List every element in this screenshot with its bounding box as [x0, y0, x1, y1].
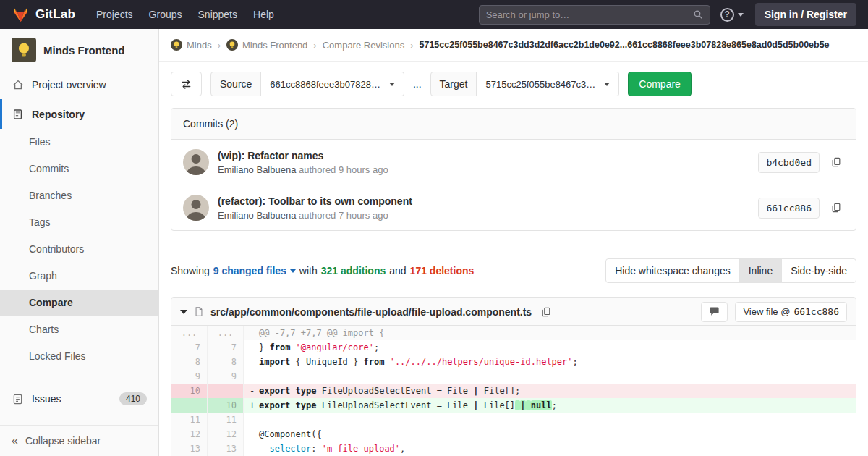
sidebar-item-locked-files[interactable]: Locked Files	[0, 343, 158, 370]
sidebar-item-charts[interactable]: Charts	[0, 316, 158, 343]
new-line-number[interactable]: 7	[208, 340, 244, 355]
changed-files-dropdown[interactable]: 9 changed files	[213, 265, 296, 276]
inline-view-button[interactable]: Inline	[739, 258, 782, 283]
commit-title-link[interactable]: (refactor): Toolbar to its own component	[218, 195, 749, 207]
comment-icon	[709, 306, 720, 317]
breadcrumb-link-compare-revisions[interactable]: Compare Revisions	[323, 40, 404, 51]
code-segment: ;	[552, 400, 557, 410]
old-line-number[interactable]: ...	[171, 326, 208, 340]
old-line-number[interactable]: 12	[171, 427, 208, 442]
code-segment	[259, 444, 269, 454]
project-avatar	[12, 38, 36, 62]
diff-line: 1313 selector: 'm-file-upload',	[171, 442, 856, 456]
old-line-number[interactable]: 11	[171, 413, 208, 427]
file-diff-actions: View file @ 661cc886	[701, 302, 847, 322]
code-segment: }	[259, 342, 269, 352]
diff-line: 99	[171, 369, 856, 384]
sidebar-item-project-overview[interactable]: Project overview	[0, 69, 158, 99]
new-line-number[interactable]: 8	[208, 355, 244, 369]
new-line-number[interactable]	[208, 384, 244, 398]
copy-sha-button[interactable]	[828, 200, 844, 216]
toggle-comments-button[interactable]	[701, 302, 728, 322]
sidebar-divider	[0, 379, 158, 379]
sidebar-nav: Project overview Repository FilesCommits…	[0, 69, 158, 414]
source-dropdown[interactable]: 661cc8868feee3b07828…	[261, 72, 404, 96]
nav-item-projects[interactable]: Projects	[88, 0, 141, 29]
target-dropdown[interactable]: 5715cc25f055be8467c3…	[477, 72, 619, 96]
sidebar-item-contributors[interactable]: Contributors	[0, 236, 158, 263]
sidebar-project-header[interactable]: Minds Frontend	[0, 29, 158, 69]
old-line-number[interactable]: 10	[171, 384, 208, 398]
nav-item-snippets[interactable]: Snippets	[190, 0, 245, 29]
new-line-number[interactable]: 10	[208, 398, 244, 413]
new-line-number[interactable]: 11	[208, 413, 244, 427]
sidebar-item-compare[interactable]: Compare	[0, 290, 158, 316]
breadcrumb-item: Compare Revisions	[323, 40, 404, 51]
search-input[interactable]	[486, 9, 689, 20]
issues-count-badge: 410	[119, 392, 147, 405]
navbar-menu: ProjectsGroupsSnippetsHelp	[88, 0, 282, 29]
old-line-number[interactable]	[171, 398, 208, 413]
side-by-side-button[interactable]: Side-by-side	[781, 258, 856, 283]
gitlab-logo[interactable]: GitLab	[12, 6, 75, 23]
sidebar-item-repository[interactable]: Repository	[0, 99, 158, 129]
collapse-sidebar-button[interactable]: « Collapse sidebar	[0, 425, 158, 456]
new-line-number[interactable]: 12	[208, 427, 244, 442]
commit-sha[interactable]: 661cc886	[758, 198, 820, 219]
sidebar-item-graph[interactable]: Graph	[0, 263, 158, 290]
commit-author-avatar[interactable]	[183, 149, 209, 175]
breadcrumb-link-minds-frontend[interactable]: Minds Frontend	[242, 40, 307, 51]
nav-item-groups[interactable]: Groups	[141, 0, 190, 29]
sidebar-item-commits[interactable]: Commits	[0, 156, 158, 182]
new-line-number[interactable]: ...	[208, 326, 244, 340]
diff-prefix	[250, 369, 259, 384]
file-diff-header: src/app/common/components/file-upload/fi…	[171, 298, 856, 326]
and-label: and	[389, 265, 406, 276]
code-line: } from '@angular/core';	[244, 340, 856, 355]
diff-line: ......@@ -7,7 +7,7 @@ import {	[171, 326, 856, 340]
search-icon	[693, 9, 703, 20]
old-line-number[interactable]: 9	[171, 369, 208, 384]
commit-title-link[interactable]: (wip): Refactor names	[218, 150, 749, 161]
old-line-number[interactable]: 8	[171, 355, 208, 369]
sidebar-item-branches[interactable]: Branches	[0, 182, 158, 209]
collapse-diff-caret[interactable]	[180, 310, 187, 314]
new-line-number[interactable]: 13	[208, 442, 244, 456]
diff-line: 10+export type FileUploadSelectEvent = F…	[171, 398, 856, 413]
code-line: @@ -7,7 +7,7 @@ import {	[244, 326, 856, 340]
commit-author-link[interactable]: Emiliano Balbuena	[218, 210, 296, 221]
double-chevron-left-icon: «	[12, 435, 18, 447]
code-segment: :	[311, 444, 321, 454]
home-icon	[12, 78, 24, 90]
sidebar-item-issues[interactable]: Issues 410	[0, 384, 158, 414]
code-segment: { UniqueId }	[290, 357, 363, 367]
commit-author-link[interactable]: Emiliano Balbuena	[218, 164, 296, 175]
sidebar-item-files[interactable]: Files	[0, 129, 158, 156]
code-segment: FileUploadSelectEvent = File	[317, 386, 474, 396]
old-line-number[interactable]: 13	[171, 442, 208, 456]
help-menu[interactable]: ?	[720, 8, 744, 22]
new-line-number[interactable]: 9	[208, 369, 244, 384]
hide-whitespace-button[interactable]: Hide whitespace changes	[605, 258, 740, 283]
nav-item-help[interactable]: Help	[245, 0, 282, 29]
commit-sha[interactable]: b4cbd0ed	[758, 152, 820, 173]
view-file-button[interactable]: View file @ 661cc886	[735, 302, 847, 322]
diff-prefix	[250, 340, 259, 355]
code-line: @Component({	[244, 427, 856, 442]
diff-lines: ......@@ -7,7 +7,7 @@ import {77 } from …	[171, 326, 856, 456]
code-segment: |	[520, 400, 525, 410]
search-box[interactable]	[479, 5, 710, 25]
code-segment	[384, 357, 389, 367]
breadcrumb-item: Minds	[171, 39, 212, 51]
sidebar-item-tags[interactable]: Tags	[0, 209, 158, 236]
old-line-number[interactable]: 7	[171, 340, 208, 355]
swap-revisions-button[interactable]	[171, 72, 202, 96]
copy-sha-button[interactable]	[828, 154, 844, 170]
avatar	[171, 39, 182, 51]
breadcrumb-link-minds[interactable]: Minds	[187, 40, 212, 51]
sign-in-button[interactable]: Sign in / Register	[755, 3, 856, 26]
compare-button[interactable]: Compare	[628, 72, 692, 96]
diff-view-controls: Hide whitespace changes Inline Side-by-s…	[605, 258, 856, 283]
commit-author-avatar[interactable]	[183, 195, 209, 221]
copy-path-button[interactable]	[538, 304, 554, 320]
